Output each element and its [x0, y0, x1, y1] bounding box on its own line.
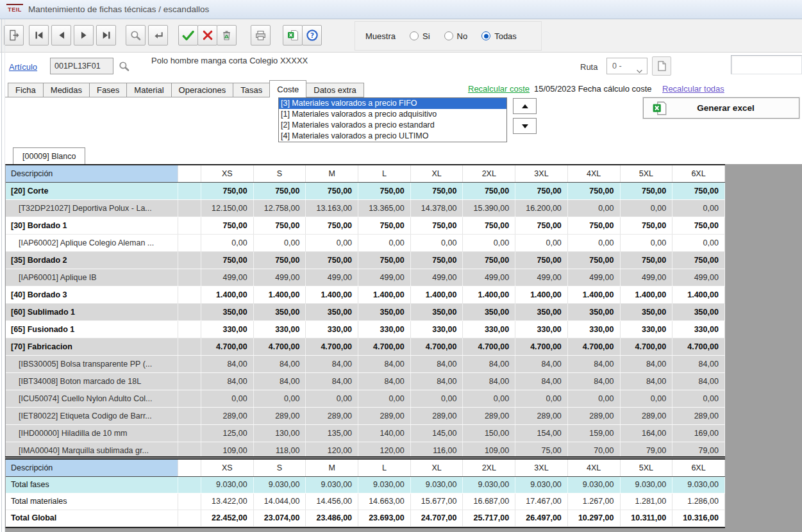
last-record-button[interactable] — [96, 25, 116, 46]
radio-label: No — [457, 31, 468, 41]
help-button[interactable]: ? — [302, 25, 322, 46]
list-down-button[interactable] — [513, 118, 537, 134]
generar-excel-button[interactable]: Generar excel — [643, 97, 799, 119]
muestra-radio-no[interactable]: No — [444, 31, 468, 41]
first-record-icon — [33, 29, 45, 41]
cost-value: 13.422,00 — [201, 494, 254, 510]
summary-row[interactable]: Total materiales13.422,0014.044,0014.456… — [6, 494, 725, 510]
cost-value: 0,00 — [201, 235, 254, 251]
phase-row[interactable]: [30] Bordado 1750,00750,00750,00750,0075… — [6, 217, 725, 235]
recalcular-coste-link[interactable]: Recalcular coste — [468, 84, 530, 94]
valuation-option[interactable]: [4] Materiales valorados a precio ULTIMO — [279, 131, 506, 142]
title-bar: TEIL Mantenimiento de fichas técnicas / … — [0, 0, 802, 19]
tab-material[interactable]: Material — [126, 83, 171, 97]
color-tab-blanco[interactable]: [00009] Blanco — [13, 147, 85, 164]
cost-value: 84,00 — [463, 356, 515, 372]
phase-row[interactable]: [65] Fusionado 1330,00330,00330,00330,00… — [6, 321, 725, 338]
cost-value: 750,00 — [306, 183, 358, 199]
valuation-listbox[interactable]: [3] Materiales valorados a precio FIFO[1… — [278, 97, 507, 142]
cost-value: 350,00 — [463, 304, 515, 320]
material-row[interactable]: [IBS30005] Bolsa transparente PP (...84,… — [6, 356, 725, 373]
cost-value: 289,00 — [568, 408, 621, 424]
muestra-radio-si[interactable]: Si — [410, 31, 430, 41]
tab-ficha[interactable]: Ficha — [8, 83, 44, 97]
column-header-xs: XS — [201, 165, 254, 182]
summary-row[interactable]: Total Global22.452,0023.074,0023.486,002… — [6, 510, 725, 527]
material-row[interactable]: [IBT34008] Boton marcado de 18L84,0084,0… — [6, 373, 725, 390]
column-header-m: M — [306, 165, 358, 182]
row-label: [IBS30005] Bolsa transparente PP (... — [6, 356, 178, 372]
next-record-button[interactable] — [74, 25, 94, 46]
material-row[interactable]: [IMA00040] Marquilla sublimada gr...109,… — [6, 442, 725, 456]
cost-value: 499,00 — [411, 269, 464, 286]
cost-value: 0,00 — [515, 390, 568, 407]
cost-value: 499,00 — [254, 269, 306, 286]
material-row[interactable]: [T32DP21027] Deportiva Polux - La...12.1… — [6, 200, 725, 217]
top-right-input[interactable] — [731, 55, 802, 74]
accept-button[interactable] — [178, 25, 198, 46]
previous-record-button[interactable] — [51, 25, 71, 46]
cost-value: 0,00 — [306, 390, 358, 407]
list-up-button[interactable] — [513, 98, 537, 114]
phase-row[interactable]: [70] Fabricacion4.700,004.700,004.700,00… — [6, 338, 725, 356]
row-spacer — [178, 390, 201, 407]
tab-operaciones[interactable]: Operaciones — [171, 83, 234, 97]
material-row[interactable]: [IHD00000] Hiladilla de 10 mm125,00130,0… — [6, 425, 725, 442]
cost-value: 289,00 — [515, 408, 568, 424]
enter-button[interactable] — [148, 25, 168, 46]
search-button[interactable] — [126, 25, 146, 46]
summary-row[interactable]: Total fases9.030,009.030,009.030,009.030… — [6, 477, 725, 494]
articulo-link[interactable]: Artículo — [9, 62, 37, 72]
cost-value: 26.497,00 — [515, 510, 568, 526]
up-arrow-icon — [521, 104, 529, 109]
delete-button[interactable] — [217, 25, 237, 46]
cost-value: 0,00 — [411, 235, 464, 251]
radio-label: Si — [422, 31, 430, 41]
phase-row[interactable]: [60] Sublimado 1350,00350,00350,00350,00… — [6, 304, 725, 321]
row-label: [ICU50074] Cuello Nylon Adulto Col... — [6, 390, 178, 407]
cost-value: 1.281,00 — [621, 494, 673, 510]
row-spacer — [178, 200, 201, 217]
tab-tasas[interactable]: Tasas — [233, 83, 270, 97]
valuation-option[interactable]: [3] Materiales valorados a precio FIFO — [279, 98, 506, 109]
tab-datos-extra[interactable]: Datos extra — [306, 83, 363, 97]
phase-row[interactable]: [35] Bordado 2750,00750,00750,00750,0075… — [6, 252, 725, 269]
chevron-down-icon — [636, 65, 643, 76]
articulo-code-input[interactable] — [50, 58, 113, 74]
first-record-button[interactable] — [29, 25, 49, 46]
cost-value: 9.030,00 — [306, 477, 358, 493]
tab-coste[interactable]: Coste — [269, 80, 306, 97]
cost-value: 1.400,00 — [411, 287, 464, 303]
cost-value: 84,00 — [568, 356, 621, 372]
column-header-l: L — [358, 165, 411, 182]
new-route-button[interactable] — [652, 56, 671, 76]
valuation-option[interactable]: [2] Materiales valorados a precio estand… — [279, 120, 506, 131]
cost-value: 0,00 — [673, 235, 725, 251]
valuation-option[interactable]: [1] Materiales valorados a precio adquis… — [279, 109, 506, 120]
material-row[interactable]: [ICU50074] Cuello Nylon Adulto Col...0,0… — [6, 390, 725, 408]
cost-value: 4.700,00 — [411, 338, 464, 355]
print-button[interactable] — [251, 25, 271, 46]
cost-value: 4.700,00 — [254, 338, 306, 355]
cost-value: 750,00 — [463, 217, 515, 234]
cost-value: 499,00 — [201, 269, 254, 286]
excel-export-button[interactable] — [283, 25, 303, 46]
cancel-button[interactable] — [197, 25, 217, 46]
material-row[interactable]: [IET80022] Etiqueta Codigo de Barr...289… — [6, 408, 725, 425]
material-row[interactable]: [IAP60001] Aplique IB499,00499,00499,004… — [6, 269, 725, 287]
cost-value: 330,00 — [411, 321, 464, 338]
recalcular-todas-link[interactable]: Recalcular todas — [662, 84, 724, 94]
articulo-search-button[interactable] — [115, 58, 133, 74]
ruta-dropdown[interactable]: 0 - — [606, 58, 647, 74]
phase-row[interactable]: [20] Corte750,00750,00750,00750,00750,00… — [6, 183, 725, 200]
material-row[interactable]: [IAP60002] Aplique Colegio Aleman ...0,0… — [6, 235, 725, 252]
muestra-radio-todas[interactable]: Todas — [481, 31, 517, 41]
phase-row[interactable]: [40] Bordado 31.400,001.400,001.400,001.… — [6, 287, 725, 304]
tab-fases[interactable]: Fases — [89, 83, 127, 97]
row-label: Total Global — [6, 510, 178, 526]
cost-value: 116,00 — [411, 442, 464, 456]
tab-medidas[interactable]: Medidas — [43, 83, 90, 97]
cost-value: 750,00 — [254, 252, 306, 269]
exit-button[interactable] — [4, 25, 24, 46]
cost-value: 4.700,00 — [515, 338, 568, 355]
